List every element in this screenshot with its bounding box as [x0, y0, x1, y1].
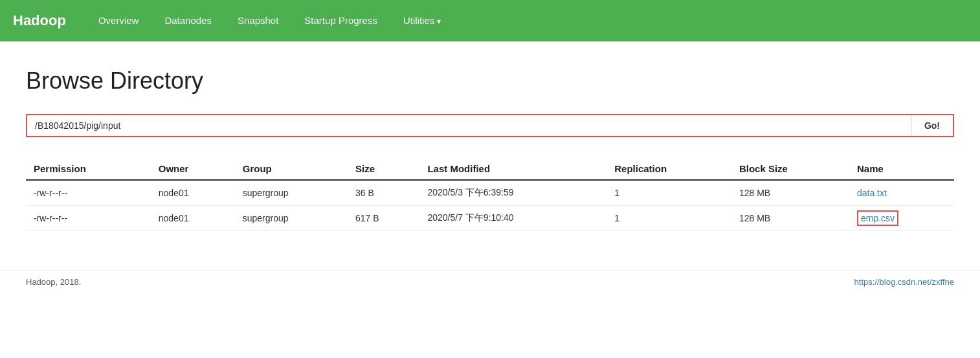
directory-table: Permission Owner Group Size Last Modifie…	[26, 157, 954, 231]
col-header-owner: Owner	[151, 157, 235, 180]
cell-last_modified-0: 2020/5/3 下午6:39:59	[419, 180, 607, 206]
table-header: Permission Owner Group Size Last Modifie…	[26, 157, 954, 180]
navbar-brand[interactable]: Hadoop	[13, 12, 66, 29]
footer-right-link[interactable]: https://blog.csdn.net/zxffne	[854, 277, 954, 287]
table-row: -rw-r--r--node01supergroup617 B2020/5/7 …	[26, 206, 954, 231]
cell-owner-0: node01	[151, 180, 235, 206]
cell-block_size-1: 128 MB	[731, 206, 849, 231]
nav-links: Overview Datanodes Snapshot Startup Prog…	[85, 0, 454, 42]
file-link-data.txt[interactable]: data.txt	[857, 188, 887, 198]
directory-input-row: Go!	[26, 114, 954, 137]
nav-item-utilities[interactable]: Utilities	[390, 0, 454, 42]
cell-permission-1: -rw-r--r--	[26, 206, 151, 231]
table-body: -rw-r--r--node01supergroup36 B2020/5/3 下…	[26, 180, 954, 231]
nav-item-datanodes[interactable]: Datanodes	[151, 0, 225, 42]
cell-size-1: 617 B	[348, 206, 419, 231]
main-content: Browse Directory Go! Permission Owner Gr…	[0, 41, 980, 270]
nav-link-overview[interactable]: Overview	[85, 0, 152, 41]
page-title: Browse Directory	[26, 67, 954, 95]
nav-link-startup-progress[interactable]: Startup Progress	[291, 0, 390, 41]
cell-name-0: data.txt	[849, 180, 954, 206]
cell-owner-1: node01	[151, 206, 235, 231]
cell-permission-0: -rw-r--r--	[26, 180, 151, 206]
table-row: -rw-r--r--node01supergroup36 B2020/5/3 下…	[26, 180, 954, 206]
file-link-emp.csv[interactable]: emp.csv	[857, 210, 898, 226]
nav-link-snapshot[interactable]: Snapshot	[225, 0, 291, 41]
footer: Hadoop, 2018. https://blog.csdn.net/zxff…	[0, 270, 980, 293]
col-header-block-size: Block Size	[731, 157, 849, 180]
cell-group-0: supergroup	[235, 180, 348, 206]
go-button[interactable]: Go!	[911, 115, 953, 136]
directory-input[interactable]	[27, 115, 911, 136]
footer-left: Hadoop, 2018.	[26, 277, 81, 287]
nav-link-utilities[interactable]: Utilities	[390, 0, 454, 42]
cell-replication-0: 1	[607, 180, 731, 206]
cell-group-1: supergroup	[235, 206, 348, 231]
nav-link-datanodes[interactable]: Datanodes	[151, 0, 225, 41]
col-header-replication: Replication	[607, 157, 731, 180]
nav-item-snapshot[interactable]: Snapshot	[225, 0, 291, 42]
col-header-group: Group	[235, 157, 348, 180]
col-header-name: Name	[849, 157, 954, 180]
col-header-permission: Permission	[26, 157, 151, 180]
cell-size-0: 36 B	[348, 180, 419, 206]
cell-replication-1: 1	[607, 206, 731, 231]
table-header-row: Permission Owner Group Size Last Modifie…	[26, 157, 954, 180]
cell-name-1: emp.csv	[849, 206, 954, 231]
navbar: Hadoop Overview Datanodes Snapshot Start…	[0, 0, 980, 41]
col-header-size: Size	[348, 157, 419, 180]
cell-block_size-0: 128 MB	[731, 180, 849, 206]
col-header-last-modified: Last Modified	[419, 157, 607, 180]
nav-item-overview[interactable]: Overview	[85, 0, 152, 42]
nav-item-startup-progress[interactable]: Startup Progress	[291, 0, 390, 42]
cell-last_modified-1: 2020/5/7 下午9:10:40	[419, 206, 607, 231]
